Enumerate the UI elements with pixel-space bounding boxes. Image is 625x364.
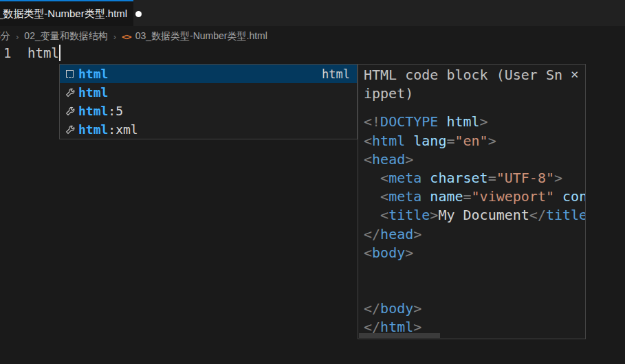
suggest-item-html-5[interactable]: html:5: [60, 102, 357, 120]
suggest-item-detail: html: [322, 67, 350, 81]
breadcrumb: 部分 › 02_变量和数据结构 › <> 03_数据类型-Number类型.ht…: [0, 29, 404, 44]
horizontal-scrollbar-thumb[interactable]: [359, 333, 440, 338]
chevron-right-icon: ›: [113, 32, 116, 42]
breadcrumb-item-file[interactable]: 03_数据类型-Number类型.html: [135, 30, 267, 43]
vscode-window: _数据类型-Number类型.html 部分 › 02_变量和数据结构 › <>…: [0, 0, 625, 364]
editor-text: html: [28, 45, 59, 60]
tab-active-file[interactable]: _数据类型-Number类型.html: [0, 0, 133, 26]
line-number: 1: [3, 45, 20, 60]
wrench-icon: [63, 124, 76, 135]
suggest-item-html-snippet[interactable]: html html: [60, 65, 357, 83]
text-cursor: [59, 45, 61, 61]
suggest-widget: html html html html:5 html:xml: [59, 64, 358, 139]
modified-dot-icon[interactable]: [135, 11, 142, 17]
snippet-preview: <!DOCTYPE html><html lang="en"><head> <m…: [364, 113, 585, 337]
wrench-icon: [63, 87, 76, 98]
snippet-icon: [63, 69, 76, 80]
breadcrumb-item-folder[interactable]: 02_变量和数据结构: [24, 30, 107, 43]
suggest-item-html[interactable]: html: [60, 83, 357, 102]
close-icon[interactable]: ✕: [570, 69, 579, 80]
html-file-icon: <>: [122, 32, 131, 42]
suggest-details-panel: ✕ HTML code block (User Snippet) <!DOCTY…: [358, 64, 586, 339]
editor-line-1[interactable]: 1 html: [0, 43, 625, 62]
tab-title: _数据类型-Number类型.html: [0, 8, 127, 21]
wrench-icon: [63, 106, 76, 117]
suggest-item-html-xml[interactable]: html:xml: [60, 120, 357, 139]
chevron-right-icon: ›: [16, 32, 19, 42]
tab-bar: _数据类型-Number类型.html: [0, 0, 625, 26]
breadcrumb-item-folder-root[interactable]: 部分: [0, 30, 10, 43]
snippet-description: HTML code block (User Snippet): [364, 66, 567, 103]
